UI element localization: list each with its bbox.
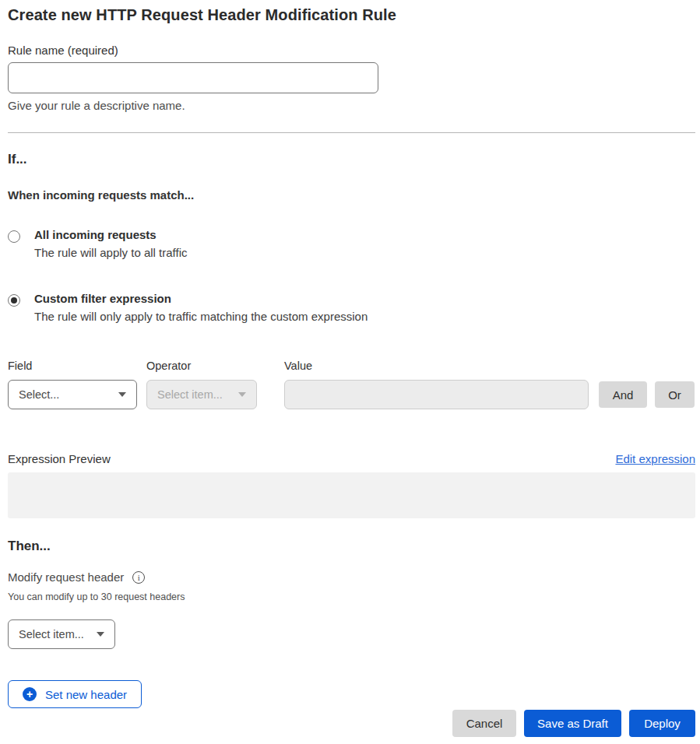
match-subheading: When incoming requests match...: [8, 188, 695, 202]
operator-label: Operator: [146, 360, 257, 372]
radio-option-custom-expression[interactable]: Custom filter expression The rule will o…: [8, 292, 695, 323]
field-select[interactable]: Select...: [8, 380, 137, 409]
operator-select[interactable]: Select item...: [146, 380, 257, 409]
modify-request-header-label: Modify request header: [8, 570, 124, 584]
radio-label: Custom filter expression: [34, 292, 368, 305]
expression-preview-label: Expression Preview: [8, 452, 111, 465]
set-new-header-button[interactable]: Set new header: [8, 680, 142, 708]
operator-select-value: Select item...: [157, 388, 223, 401]
field-select-value: Select...: [19, 388, 59, 401]
deploy-button[interactable]: Deploy: [629, 710, 695, 737]
value-label: Value: [284, 360, 589, 372]
value-input[interactable]: [284, 380, 589, 409]
page-title: Create new HTTP Request Header Modificat…: [8, 6, 695, 24]
footer-actions: Cancel Save as Draft Deploy: [8, 710, 695, 737]
radio-description: The rule will apply to all traffic: [34, 246, 187, 259]
set-new-header-label: Set new header: [45, 688, 127, 701]
radio-label: All incoming requests: [34, 228, 187, 241]
radio-unselected-icon[interactable]: [8, 230, 20, 243]
or-button[interactable]: Or: [655, 381, 695, 408]
chevron-down-icon: [238, 392, 246, 397]
rule-name-input[interactable]: [8, 62, 378, 93]
modify-helper-text: You can modify up to 30 request headers: [8, 591, 695, 602]
section-divider: [8, 132, 695, 133]
header-item-select-value: Select item...: [19, 628, 84, 640]
if-heading: If...: [8, 152, 695, 167]
edit-expression-link[interactable]: Edit expression: [615, 452, 695, 465]
rule-name-helper: Give your rule a descriptive name.: [8, 99, 695, 112]
plus-circle-icon: [23, 687, 37, 701]
then-heading: Then...: [8, 539, 695, 554]
chevron-down-icon: [118, 392, 126, 397]
expression-preview-box: [8, 472, 695, 518]
radio-description: The rule will only apply to traffic matc…: [34, 310, 368, 323]
radio-selected-icon[interactable]: [8, 294, 20, 307]
chevron-down-icon: [97, 632, 104, 637]
rule-name-label: Rule name (required): [8, 44, 695, 57]
header-item-select[interactable]: Select item...: [8, 619, 115, 649]
save-as-draft-button[interactable]: Save as Draft: [524, 710, 621, 737]
info-circle-icon[interactable]: [132, 571, 145, 584]
radio-option-all-requests[interactable]: All incoming requests The rule will appl…: [8, 228, 695, 259]
cancel-button[interactable]: Cancel: [452, 710, 516, 737]
expression-builder-row: Field Select... Operator Select item... …: [8, 360, 695, 409]
field-label: Field: [8, 360, 137, 372]
expression-preview-header: Expression Preview Edit expression: [8, 452, 695, 465]
and-button[interactable]: And: [599, 381, 647, 408]
